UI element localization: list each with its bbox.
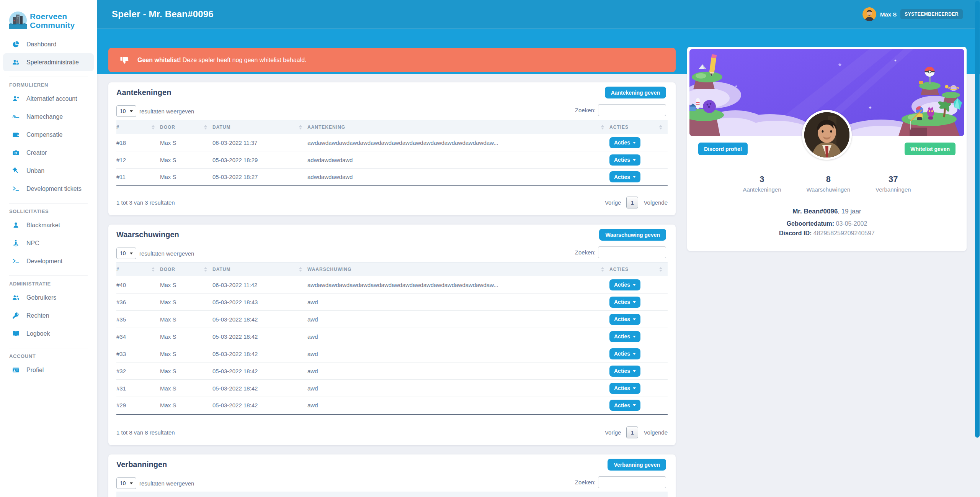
column-header[interactable]: WAARSCHUWING: [307, 262, 609, 276]
sidebar-item-gebruikers[interactable]: Gebruikers: [3, 289, 94, 307]
acties-button[interactable]: Acties: [609, 348, 640, 359]
next-page-button[interactable]: Volgende: [644, 429, 668, 436]
sidebar-item-blackmarket[interactable]: Blackmarket: [3, 216, 94, 234]
sidebar-item-compensatie[interactable]: Compensatie: [3, 126, 94, 144]
column-header[interactable]: DOOR: [160, 120, 212, 134]
length-label: resultaten weergeven: [139, 108, 194, 115]
table-header-strip: [116, 492, 668, 497]
row-door: Max S: [160, 397, 212, 414]
whitelist-geven-button[interactable]: Whitelist geven: [905, 143, 956, 155]
results-summary: 1 tot 3 van 3 resultaten: [116, 199, 175, 206]
search-input[interactable]: [598, 246, 666, 258]
sidebar-item-rechten[interactable]: Rechten: [3, 307, 94, 325]
sidebar-item-label: Logboek: [26, 330, 50, 337]
column-header[interactable]: ACTIES: [609, 120, 668, 134]
acties-button[interactable]: Acties: [609, 279, 640, 290]
search-control: Zoeken:: [575, 104, 666, 116]
column-header[interactable]: #: [116, 262, 160, 276]
stat-value: 8: [807, 174, 851, 184]
acties-button[interactable]: Acties: [609, 383, 640, 394]
sidebar-item-label: Compensatie: [26, 131, 62, 138]
page-length-select[interactable]: 10: [116, 477, 136, 489]
waarschuwing-geven-button[interactable]: Waarschuwing geven: [599, 229, 666, 241]
column-header[interactable]: #: [116, 120, 160, 134]
previous-page-button[interactable]: Vorige: [605, 429, 621, 436]
alert-text: Geen whitelist!Deze speler heeft nog gee…: [137, 57, 307, 64]
length-control: 10 resultaten weergeven: [116, 248, 194, 259]
sidebar-item-development-tickets[interactable]: Development tickets: [3, 180, 94, 198]
row-id: #12: [116, 151, 160, 169]
card-title: Verbanningen: [116, 460, 167, 469]
sidebar-item-dashboard[interactable]: Dashboard: [3, 35, 94, 53]
column-header[interactable]: ACTIES: [609, 262, 668, 276]
acties-button[interactable]: Acties: [609, 154, 640, 166]
sidebar-item-unban[interactable]: Unban: [3, 162, 94, 180]
sidebar-item-alternatief-account[interactable]: Alternatief account: [3, 90, 94, 108]
column-header[interactable]: DOOR: [160, 262, 212, 276]
acties-button[interactable]: Acties: [609, 137, 640, 148]
page-title: Speler - Mr. Bean#0096: [112, 9, 214, 20]
table-row: #34 Max S 05-03-2022 18:42 awd Acties: [116, 328, 668, 345]
row-door: Max S: [160, 345, 212, 362]
sidebar-item-speleradministratie[interactable]: Speleradministratie: [3, 53, 94, 71]
verbanning-geven-button[interactable]: Verbanning geven: [608, 459, 666, 471]
row-id: #18: [116, 134, 160, 151]
table-row: #29 Max S 05-03-2022 18:42 awd Acties: [116, 397, 668, 414]
discord-profile-button[interactable]: Discord profiel: [698, 143, 748, 155]
stat-label: Aantekeningen: [743, 186, 781, 193]
page-length-select[interactable]: 10: [116, 105, 136, 117]
page-number-button[interactable]: 1: [626, 197, 638, 208]
row-text: awd: [307, 380, 609, 397]
sidebar-item-label: NPC: [26, 240, 39, 247]
row-id: #40: [116, 276, 160, 294]
logo[interactable]: Roerveen Community: [0, 0, 97, 35]
row-datum: 05-03-2022 18:29: [212, 151, 307, 169]
search-input[interactable]: [598, 476, 666, 488]
sidebar-item-profiel[interactable]: Profiel: [3, 361, 94, 379]
acties-button[interactable]: Acties: [609, 400, 640, 411]
sidebar-section-sollicitaties: SOLLICITATIES: [9, 208, 88, 214]
row-text: awd: [307, 362, 609, 380]
acties-button[interactable]: Acties: [609, 331, 640, 342]
column-header[interactable]: DATUM: [212, 120, 307, 134]
table-row: #31 Max S 05-03-2022 18:42 awd Acties: [116, 380, 668, 397]
table-row: #36 Max S 05-03-2022 18:43 awd Acties: [116, 294, 668, 311]
stat-value: 3: [743, 174, 781, 184]
sidebar-section-formulieren: FORMULIEREN: [9, 82, 88, 88]
sidebar: Roerveen Community Dashboard Speleradmin…: [0, 0, 97, 497]
table-row: #33 Max S 05-03-2022 18:42 awd Acties: [116, 345, 668, 362]
divider: [9, 276, 88, 276]
row-door: Max S: [160, 294, 212, 311]
search-input[interactable]: [598, 104, 666, 116]
sidebar-item-creator[interactable]: Creator: [3, 144, 94, 162]
row-text: adwdawdawdawd: [307, 151, 609, 169]
player-discord-id: Discord ID: 482958259209240597: [687, 230, 967, 237]
acties-button[interactable]: Acties: [609, 366, 640, 377]
acties-button[interactable]: Acties: [609, 297, 640, 308]
alert-title: Geen whitelist!: [137, 57, 181, 63]
next-page-button[interactable]: Volgende: [644, 199, 668, 206]
column-header[interactable]: AANTEKENING: [307, 120, 609, 134]
acties-button[interactable]: Acties: [609, 171, 640, 182]
sidebar-item-namechange[interactable]: Namechange: [3, 108, 94, 126]
sidebar-item-logboek[interactable]: Logboek: [3, 325, 94, 343]
row-door: Max S: [160, 328, 212, 345]
table-row: #12 Max S 05-03-2022 18:29 adwdawdawdawd…: [116, 151, 668, 169]
previous-page-button[interactable]: Vorige: [605, 199, 621, 206]
card-title: Aantekeningen: [116, 88, 171, 97]
page-length-select[interactable]: 10: [116, 248, 136, 259]
sidebar-section-administratie: ADMINISTRATIE: [9, 281, 88, 287]
sidebar-item-npc[interactable]: NPC: [3, 234, 94, 252]
stat-label: Verbanningen: [875, 186, 911, 193]
user-menu[interactable]: Max S SYSTEEMBEHEERDER: [862, 7, 963, 21]
chevron-down-icon: [130, 110, 133, 112]
scrollbar-thumb[interactable]: [975, 1, 980, 438]
topbar: Speler - Mr. Bean#0096 Max S SYSTEEMBEHE…: [97, 0, 980, 29]
column-header[interactable]: DATUM: [212, 262, 307, 276]
page-number-button[interactable]: 1: [626, 426, 638, 438]
sidebar-item-label: Unban: [26, 167, 44, 174]
sort-icon: [601, 125, 604, 130]
acties-button[interactable]: Acties: [609, 314, 640, 325]
aantekening-geven-button[interactable]: Aantekening geven: [605, 87, 666, 98]
sidebar-item-development[interactable]: Development: [3, 252, 94, 270]
